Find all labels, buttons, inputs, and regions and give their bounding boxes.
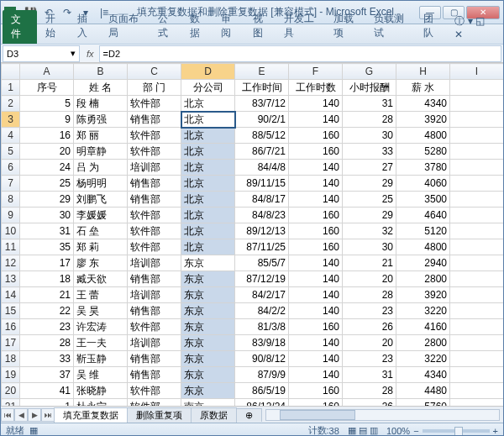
row-header[interactable]: 1: [2, 80, 20, 96]
cell[interactable]: 销售部: [128, 192, 181, 207]
cell[interactable]: 销售部: [128, 271, 181, 287]
cell[interactable]: 销售部: [128, 367, 181, 383]
empty-cell[interactable]: [450, 271, 504, 287]
empty-cell[interactable]: [450, 319, 504, 335]
column-header[interactable]: C: [128, 64, 181, 80]
name-box-dropdown-icon[interactable]: ▾: [71, 48, 76, 59]
cell[interactable]: 89/12/13: [235, 223, 289, 239]
cell[interactable]: 东京: [181, 351, 235, 367]
cell[interactable]: 90/8/12: [235, 351, 289, 367]
cell[interactable]: 140: [289, 351, 343, 367]
cell[interactable]: 84/8/23: [235, 207, 289, 223]
row-header[interactable]: 19: [2, 367, 20, 383]
cell[interactable]: 21: [343, 255, 396, 271]
cell[interactable]: 东京: [181, 319, 235, 335]
cell[interactable]: 3920: [396, 287, 450, 303]
cell[interactable]: 北京: [181, 176, 235, 192]
row-header[interactable]: 21: [2, 399, 20, 407]
cell[interactable]: 臧天欲: [74, 271, 128, 287]
cell[interactable]: 20: [343, 271, 396, 287]
cell[interactable]: 35: [20, 239, 74, 255]
cell[interactable]: 销售部: [128, 112, 181, 128]
empty-cell[interactable]: [450, 239, 504, 255]
cell[interactable]: 30: [343, 128, 396, 144]
empty-cell[interactable]: [450, 207, 504, 223]
cell[interactable]: 4640: [396, 207, 450, 223]
cell[interactable]: 明章静: [74, 144, 128, 160]
name-box[interactable]: D3 ▾: [3, 45, 80, 62]
cell[interactable]: 83/9/18: [235, 335, 289, 351]
cell[interactable]: 南京: [181, 399, 235, 407]
empty-cell[interactable]: [450, 255, 504, 271]
cell[interactable]: 9: [20, 112, 74, 128]
cell[interactable]: 83/7/12: [235, 96, 289, 112]
tab-公式[interactable]: 公式: [151, 9, 182, 44]
cell[interactable]: 30: [20, 207, 74, 223]
cell[interactable]: 140: [289, 96, 343, 112]
cell[interactable]: 160: [289, 144, 343, 160]
tab-file[interactable]: 文件: [3, 10, 37, 44]
cell[interactable]: 28: [343, 112, 396, 128]
sheet-tab-new-icon[interactable]: ⊕: [236, 408, 262, 422]
row-header[interactable]: 8: [2, 192, 20, 207]
cell[interactable]: 5: [20, 96, 74, 112]
tab-数据[interactable]: 数据: [183, 9, 214, 44]
cell[interactable]: 软件部: [128, 239, 181, 255]
cell[interactable]: 140: [289, 287, 343, 303]
header-cell[interactable]: 部 门: [128, 80, 181, 96]
cell[interactable]: 16: [20, 128, 74, 144]
cell[interactable]: 140: [289, 255, 343, 271]
ribbon-help-icon[interactable]: ⓘ ▾ ◱ ✕: [448, 12, 498, 44]
cell[interactable]: 销售部: [128, 303, 181, 319]
sheet-tab[interactable]: 删除重复项: [127, 407, 192, 423]
empty-cell[interactable]: [450, 112, 504, 128]
cell[interactable]: 东京: [181, 303, 235, 319]
cell[interactable]: 84/8/17: [235, 192, 289, 207]
empty-cell[interactable]: [450, 399, 504, 407]
column-header[interactable]: B: [74, 64, 128, 80]
tab-插入[interactable]: 插入: [71, 9, 102, 44]
cell[interactable]: 140: [289, 303, 343, 319]
cell[interactable]: 北京: [181, 96, 235, 112]
cell[interactable]: 84/2/17: [235, 287, 289, 303]
cell[interactable]: 20: [343, 335, 396, 351]
fx-icon[interactable]: fx: [81, 49, 99, 59]
column-header[interactable]: G: [343, 64, 396, 80]
cell[interactable]: 33: [343, 144, 396, 160]
cell[interactable]: 28: [343, 287, 396, 303]
cell[interactable]: 5760: [396, 399, 450, 407]
cell[interactable]: 软件部: [128, 144, 181, 160]
row-header[interactable]: 10: [2, 223, 20, 239]
row-header[interactable]: 6: [2, 160, 20, 176]
cell[interactable]: 5120: [396, 223, 450, 239]
cell[interactable]: 东京: [181, 383, 235, 399]
empty-cell[interactable]: [450, 80, 504, 96]
cell[interactable]: 160: [289, 239, 343, 255]
cell[interactable]: 30: [343, 239, 396, 255]
scrollbar-thumb[interactable]: [280, 410, 355, 420]
tab-团队[interactable]: 团队: [417, 9, 448, 44]
row-header[interactable]: 7: [2, 176, 20, 192]
cell[interactable]: 软件部: [128, 223, 181, 239]
cell[interactable]: 王 蕾: [74, 287, 128, 303]
cell[interactable]: 33: [20, 351, 74, 367]
cell[interactable]: 北京: [181, 223, 235, 239]
tab-开始[interactable]: 开始: [39, 9, 70, 44]
cell[interactable]: 软件部: [128, 96, 181, 112]
cell[interactable]: 北京: [181, 112, 235, 128]
cell[interactable]: 140: [289, 335, 343, 351]
horizontal-scrollbar[interactable]: [265, 409, 500, 421]
row-header[interactable]: 2: [2, 96, 20, 112]
sheet-nav-next-icon[interactable]: ▶: [28, 408, 41, 422]
zoom-control[interactable]: 100% − +: [386, 426, 498, 436]
row-header[interactable]: 16: [2, 319, 20, 335]
cell[interactable]: 培训部: [128, 287, 181, 303]
cell[interactable]: 销售部: [128, 351, 181, 367]
sheet-nav-first-icon[interactable]: ⏮: [1, 408, 14, 422]
cell[interactable]: 4340: [396, 96, 450, 112]
cell[interactable]: 段 楠: [74, 96, 128, 112]
row-header[interactable]: 20: [2, 383, 20, 399]
zoom-out-icon[interactable]: −: [413, 426, 418, 436]
cell[interactable]: 东京: [181, 367, 235, 383]
cell[interactable]: 陈勇强: [74, 112, 128, 128]
